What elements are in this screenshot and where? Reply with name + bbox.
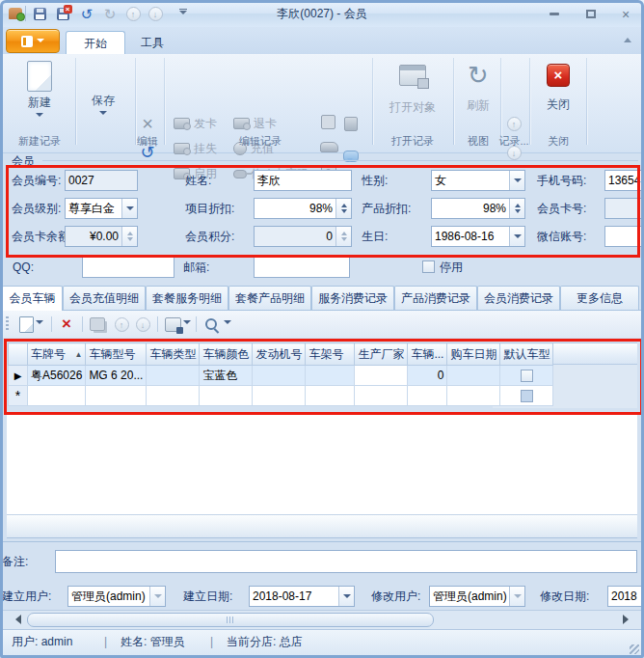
ribbon-tab-tools[interactable]: 工具 bbox=[123, 31, 181, 54]
disabled-checkbox[interactable] bbox=[422, 260, 435, 273]
card-no-field[interactable] bbox=[604, 198, 644, 219]
close-button[interactable]: × 关闭 bbox=[534, 57, 582, 146]
col-model[interactable]: 车辆型号 bbox=[86, 343, 147, 366]
chevron-down-icon[interactable] bbox=[121, 199, 137, 218]
created-date-picker[interactable]: 2018-08-17 bbox=[249, 586, 355, 607]
chevron-down-icon[interactable] bbox=[509, 171, 524, 190]
scrollbar-thumb[interactable] bbox=[27, 613, 434, 627]
row-selector-header[interactable] bbox=[9, 343, 28, 366]
col-manufacturer[interactable]: 生产厂家 bbox=[355, 343, 408, 366]
new-button[interactable]: 新建 bbox=[12, 57, 67, 146]
member-no-field[interactable]: 0027 bbox=[65, 170, 138, 191]
cell-empty[interactable] bbox=[408, 386, 447, 406]
cell-empty[interactable] bbox=[200, 386, 253, 406]
cell-empty[interactable] bbox=[447, 386, 500, 406]
message-button[interactable] bbox=[343, 147, 359, 166]
tab-product-consumption[interactable]: 产品消费记录 bbox=[394, 286, 477, 310]
col-purchase-date[interactable]: 购车日期 bbox=[447, 343, 500, 366]
issue-card-button[interactable]: 发卡 bbox=[174, 114, 217, 133]
cell-empty[interactable] bbox=[355, 386, 408, 406]
table-row-new[interactable]: * bbox=[9, 386, 553, 406]
grid-export-icon[interactable] bbox=[163, 315, 182, 334]
col-vehicle-truncated[interactable]: 车辆... bbox=[408, 343, 447, 366]
spinner-buttons[interactable] bbox=[509, 199, 524, 218]
tab-more-info[interactable]: 更多信息 bbox=[560, 286, 639, 310]
grid-move-down-icon[interactable]: ↓ bbox=[133, 315, 152, 334]
col-color[interactable]: 车辆颜色 bbox=[200, 343, 253, 366]
return-card-button[interactable]: 退卡 bbox=[233, 114, 277, 133]
phone-button[interactable] bbox=[344, 114, 358, 133]
cell-purchase-date[interactable] bbox=[447, 366, 500, 386]
cell-empty[interactable] bbox=[253, 386, 306, 406]
grid-move-up-icon[interactable]: ↑ bbox=[112, 315, 131, 334]
cell-default-model[interactable] bbox=[500, 366, 553, 386]
chevron-down-icon[interactable] bbox=[338, 587, 354, 606]
cell-empty[interactable] bbox=[147, 386, 200, 406]
col-engine-no[interactable]: 发动机号 bbox=[253, 343, 306, 366]
phone-field[interactable]: 13654 bbox=[604, 170, 644, 191]
name-field[interactable]: 李欣 bbox=[254, 170, 352, 191]
grid-search-icon[interactable] bbox=[201, 315, 221, 334]
balance-spinner[interactable]: ¥0.00 bbox=[65, 226, 138, 247]
open-object-button[interactable]: 打开对象 bbox=[378, 57, 447, 146]
cell-engine-no[interactable] bbox=[253, 366, 306, 386]
grid-delete-icon[interactable]: × bbox=[57, 315, 76, 334]
notes-field[interactable] bbox=[55, 550, 637, 573]
tab-member-vehicles[interactable]: 会员车辆 bbox=[2, 286, 63, 311]
tab-member-consumption[interactable]: 会员消费记录 bbox=[477, 286, 560, 310]
resize-grip[interactable] bbox=[630, 644, 639, 654]
scroll-right-icon[interactable] bbox=[623, 615, 633, 624]
product-discount-spinner[interactable]: 98% bbox=[431, 198, 525, 219]
delete-record-icon[interactable]: × bbox=[138, 114, 157, 133]
cell-count[interactable]: 0 bbox=[408, 366, 447, 386]
tab-package-service-details[interactable]: 套餐服务明细 bbox=[146, 286, 228, 310]
app-menu-button[interactable] bbox=[6, 29, 60, 53]
modified-date-picker[interactable]: 2018 bbox=[607, 586, 644, 607]
table-row-selected[interactable]: ▶ 粤A56026 MG 6 20... 宝蓝色 0 bbox=[9, 366, 553, 386]
level-select[interactable]: 尊享白金 bbox=[65, 198, 138, 219]
item-discount-spinner[interactable]: 98% bbox=[254, 198, 352, 219]
col-frame-no[interactable]: 车架号 bbox=[306, 343, 355, 366]
cell-plate[interactable]: 粤A56026 bbox=[28, 366, 86, 386]
email-field[interactable] bbox=[254, 257, 350, 278]
chevron-down-icon[interactable] bbox=[509, 227, 524, 246]
save-button[interactable]: 保存 bbox=[79, 57, 127, 146]
cell-type[interactable] bbox=[147, 366, 200, 386]
col-default-model[interactable]: 默认车型 bbox=[500, 343, 553, 366]
cell-default-model-new[interactable] bbox=[500, 386, 553, 406]
tab-recharge-details[interactable]: 会员充值明细 bbox=[63, 286, 146, 310]
wechat-field[interactable] bbox=[604, 226, 644, 247]
ribbon-tab-start[interactable]: 开始 bbox=[66, 31, 125, 55]
tab-service-consumption[interactable]: 服务消费记录 bbox=[311, 286, 394, 310]
cell-frame-no[interactable] bbox=[306, 366, 355, 386]
col-type[interactable]: 车辆类型 bbox=[147, 343, 200, 366]
record-up-icon[interactable]: ↑ bbox=[504, 114, 523, 133]
qq-field[interactable] bbox=[82, 257, 174, 278]
cell-manufacturer[interactable] bbox=[355, 366, 408, 386]
cell-empty[interactable] bbox=[306, 386, 355, 406]
points-spinner[interactable]: 0 bbox=[254, 226, 352, 247]
cell-model[interactable]: MG 6 20... bbox=[86, 366, 147, 386]
grid-more-dropdown-icon[interactable] bbox=[223, 315, 232, 334]
cell-color[interactable]: 宝蓝色 bbox=[200, 366, 253, 386]
scroll-left-icon[interactable] bbox=[11, 615, 21, 624]
grid-copy-icon[interactable] bbox=[88, 315, 107, 334]
col-plate[interactable]: 车牌号▲ bbox=[28, 343, 86, 366]
modified-by-field[interactable]: 管理员(admin) bbox=[429, 586, 525, 607]
cell-empty[interactable] bbox=[28, 386, 86, 406]
grid-new-dropdown-icon[interactable] bbox=[35, 315, 44, 334]
card-doc-button[interactable] bbox=[321, 112, 335, 131]
refresh-button[interactable]: ↻ 刷新 bbox=[457, 57, 499, 146]
close-window-button[interactable]: × bbox=[613, 7, 638, 21]
toolbar-grip[interactable] bbox=[6, 316, 9, 332]
cell-empty[interactable] bbox=[86, 386, 147, 406]
created-by-field[interactable]: 管理员(admin) bbox=[67, 586, 166, 607]
gender-select[interactable]: 女 bbox=[431, 170, 525, 191]
grid-new-row-icon[interactable] bbox=[16, 315, 36, 334]
maximize-button[interactable] bbox=[578, 7, 604, 21]
birthday-picker[interactable]: 1986-08-16 bbox=[431, 226, 525, 247]
grid-export-dropdown-icon[interactable] bbox=[182, 315, 192, 334]
minimize-button[interactable] bbox=[542, 7, 567, 21]
spinner-buttons[interactable] bbox=[335, 199, 351, 218]
horizontal-scrollbar[interactable] bbox=[3, 610, 641, 629]
